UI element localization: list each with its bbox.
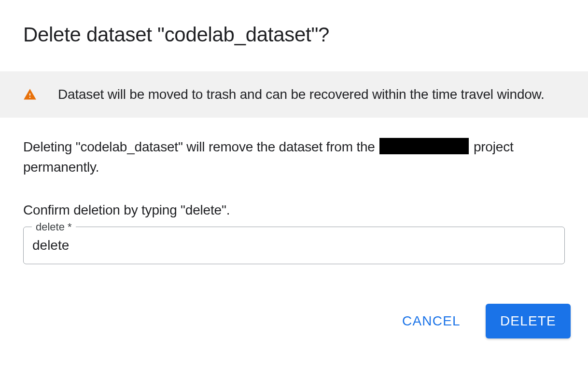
warning-icon: [23, 88, 37, 101]
delete-button[interactable]: DELETE: [486, 304, 571, 338]
delete-description: Deleting "codelab_dataset" will remove t…: [23, 137, 565, 177]
confirm-delete-input[interactable]: [23, 227, 565, 264]
banner-text: Dataset will be moved to trash and can b…: [58, 87, 545, 102]
dialog-title: Delete dataset "codelab_dataset"?: [0, 0, 588, 62]
dialog-actions: CANCEL DELETE: [0, 264, 588, 356]
description-pre: Deleting "codelab_dataset" will remove t…: [23, 139, 378, 154]
confirm-input-wrapper: delete *: [23, 227, 565, 264]
redacted-project-name: [379, 138, 469, 154]
dialog-content: Deleting "codelab_dataset" will remove t…: [0, 118, 588, 264]
cancel-button[interactable]: CANCEL: [391, 306, 472, 337]
confirm-input-label: delete *: [32, 221, 76, 233]
confirm-instruction: Confirm deletion by typing "delete".: [23, 202, 565, 218]
delete-dataset-dialog: Delete dataset "codelab_dataset"? Datase…: [0, 0, 588, 356]
info-banner: Dataset will be moved to trash and can b…: [0, 71, 588, 118]
